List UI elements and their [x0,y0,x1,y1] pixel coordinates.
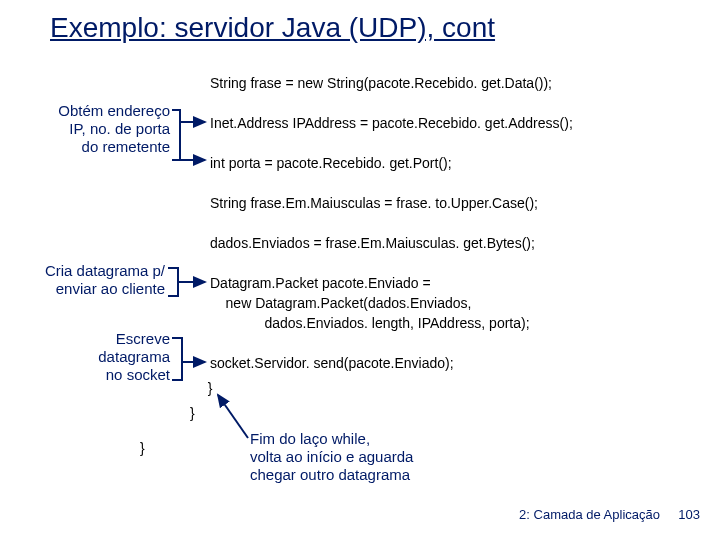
code-line: Inet.Address IPAddress = pacote.Recebido… [210,115,573,131]
bracket-icon [172,338,182,380]
annotation-text: chegar outro datagrama [250,466,410,483]
code-line: Datagram.Packet pacote.Enviado = [210,275,431,291]
annotation-end-while: Fim do laço while, volta ao início e agu… [250,430,500,484]
code-line: int porta = pacote.Recebido. get.Port(); [210,155,452,171]
code-line: dados.Enviados. length, IPAddress, porta… [210,315,530,331]
annotation-text: IP, no. de porta [69,120,170,137]
annotation-text: no socket [106,366,170,383]
code-line: dados.Enviados = frase.Em.Maiusculas. ge… [210,235,535,251]
annotation-text: volta ao início e aguarda [250,448,413,465]
code-line: String frase = new String(pacote.Recebid… [210,75,552,91]
footer-page-number: 103 [678,507,700,522]
code-line: new Datagram.Packet(dados.Enviados, [210,295,471,311]
annotation-ip-port: Obtém endereço IP, no. de porta do remet… [10,102,170,156]
annotation-write-socket: Escreve datagrama no socket [60,330,170,384]
annotation-text: datagrama [98,348,170,365]
code-line: socket.Servidor. send(pacote.Enviado); [210,355,454,371]
code-line: } [200,380,212,396]
annotation-text: Fim do laço while, [250,430,370,447]
bracket-icon [172,110,180,160]
annotation-text: do remetente [82,138,170,155]
arrow-icon [218,395,248,438]
slide-title: Exemplo: servidor Java (UDP), cont [50,12,495,44]
annotation-create-datagram: Cria datagrama p/ enviar ao cliente [0,262,165,298]
footer-chapter: 2: Camada de Aplicação [519,507,660,522]
code-line: } [190,405,195,421]
annotation-text: Cria datagrama p/ [45,262,165,279]
code-line: } [140,440,145,456]
annotation-text: Escreve [116,330,170,347]
bracket-icon [168,268,178,296]
code-line: String frase.Em.Maiusculas = frase. to.U… [210,195,538,211]
annotation-text: enviar ao cliente [56,280,165,297]
annotation-text: Obtém endereço [58,102,170,119]
